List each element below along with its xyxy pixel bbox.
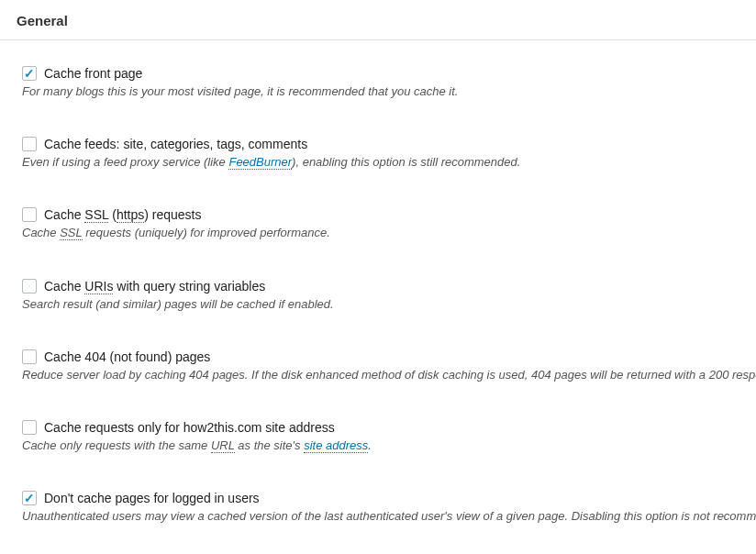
checkbox-cache-ssl[interactable] — [22, 207, 37, 222]
checkbox-label[interactable]: Cache feeds: site, categories, tags, com… — [44, 137, 307, 151]
desc-text: requests (uniquely) for improved perform… — [83, 226, 330, 239]
https-abbr: https — [117, 207, 144, 223]
setting-description: Cache only requests with the same URL as… — [22, 435, 756, 454]
checkbox-cache-404[interactable] — [22, 349, 37, 364]
checkbox-label[interactable]: Cache front page — [44, 66, 142, 81]
section-header: General — [0, 0, 756, 40]
setting-description: For many blogs this is your most visited… — [22, 81, 756, 100]
setting-cache-site-address: Cache requests only for how2this.com sit… — [22, 383, 756, 454]
setting-description: Search result (and similar) pages will b… — [22, 294, 756, 313]
desc-text: Cache — [22, 226, 60, 239]
desc-text: . — [368, 438, 372, 452]
label-text: Cache — [44, 279, 84, 294]
setting-description: Cache SSL requests (uniquely) for improv… — [22, 222, 756, 241]
checkbox-label[interactable]: Cache SSL (https) requests — [44, 207, 201, 222]
section-title: General — [17, 13, 68, 28]
url-abbr: URL — [211, 438, 235, 453]
setting-dont-cache-logged-in: Don't cache pages for logged in users Un… — [22, 454, 756, 525]
checkbox-label[interactable]: Cache requests only for how2this.com sit… — [44, 420, 335, 435]
checkbox-cache-feeds[interactable] — [22, 137, 37, 151]
setting-description: Reduce server load by caching 404 pages.… — [22, 364, 756, 383]
setting-row: Cache SSL (https) requests — [22, 207, 756, 222]
label-text: ( — [108, 207, 117, 222]
checkbox-dont-cache-logged-in[interactable] — [22, 491, 37, 505]
label-text: Cache — [44, 207, 84, 222]
setting-cache-feeds: Cache feeds: site, categories, tags, com… — [22, 100, 756, 171]
label-text: with query string variables — [113, 279, 265, 294]
checkbox-cache-site-address[interactable] — [22, 420, 37, 435]
desc-text: as the site's — [235, 438, 304, 452]
setting-cache-ssl: Cache SSL (https) requests Cache SSL req… — [22, 171, 756, 241]
checkbox-label[interactable]: Cache URIs with query string variables — [44, 279, 265, 294]
desc-text: ), enabling this option is still recomme… — [292, 155, 520, 169]
setting-cache-front-page: Cache front page For many blogs this is … — [22, 40, 756, 100]
settings-container: Cache front page For many blogs this is … — [0, 40, 756, 525]
feedburner-link[interactable]: FeedBurner — [228, 155, 292, 170]
desc-text: Even if using a feed proxy service (like — [22, 155, 228, 169]
setting-row: Don't cache pages for logged in users — [22, 491, 756, 505]
setting-row: Cache URIs with query string variables — [22, 279, 756, 294]
setting-description: Even if using a feed proxy service (like… — [22, 151, 756, 171]
checkbox-cache-uris[interactable] — [22, 279, 37, 294]
setting-row: Cache 404 (not found) pages — [22, 349, 756, 364]
label-text: ) requests — [144, 207, 201, 222]
setting-cache-404: Cache 404 (not found) pages Reduce serve… — [22, 313, 756, 383]
setting-cache-uris: Cache URIs with query string variables S… — [22, 242, 756, 313]
desc-text: Cache only requests with the same — [22, 438, 211, 452]
setting-row: Cache feeds: site, categories, tags, com… — [22, 137, 756, 151]
setting-row: Cache requests only for how2this.com sit… — [22, 420, 756, 435]
site-address-link[interactable]: site address — [304, 438, 368, 453]
ssl-abbr: SSL — [84, 207, 108, 223]
checkbox-label[interactable]: Don't cache pages for logged in users — [44, 491, 260, 505]
setting-row: Cache front page — [22, 66, 756, 81]
setting-description: Unauthenticated users may view a cached … — [22, 505, 756, 525]
uris-abbr: URIs — [84, 279, 113, 294]
ssl-abbr: SSL — [60, 226, 82, 240]
checkbox-cache-front-page[interactable] — [22, 66, 37, 81]
checkbox-label[interactable]: Cache 404 (not found) pages — [44, 349, 210, 364]
